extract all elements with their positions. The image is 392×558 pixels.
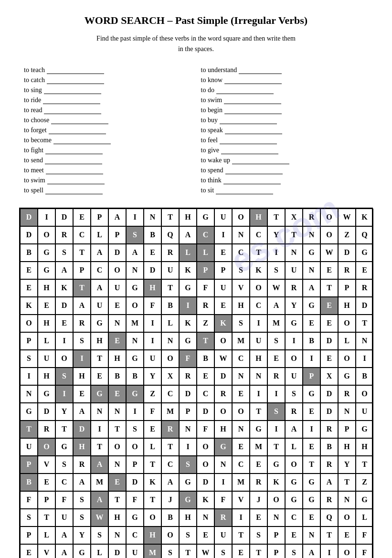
grid-cell: G [38, 385, 55, 403]
grid-cell: X [161, 368, 179, 385]
grid-cell: C [285, 509, 303, 526]
grid-cell: Z [144, 385, 161, 403]
grid-cell: B [161, 297, 179, 315]
verb-item: to ride [24, 96, 191, 104]
grid-cell: P [267, 544, 285, 558]
grid-cell: C [197, 385, 214, 403]
grid-cell: K [250, 262, 267, 279]
grid-cell: U [55, 509, 73, 526]
grid-cell: R [320, 456, 338, 474]
grid-cell: M [267, 315, 285, 332]
grid-cell: X [285, 209, 303, 226]
grid-cell: U [250, 332, 267, 350]
grid-cell: I [303, 421, 320, 438]
verb-item: to buy [201, 116, 369, 124]
grid-cell: N [232, 421, 250, 438]
grid-cell: L [91, 544, 108, 558]
grid-cell: P [108, 226, 126, 244]
grid-cell: P [214, 262, 232, 279]
grid-cell: N [232, 368, 250, 385]
grid-cell: N [126, 332, 144, 350]
grid-cell: N [108, 315, 126, 332]
verb-item: to do [201, 86, 369, 94]
verb-col-left: to teachto catchto singto rideto readto … [24, 66, 191, 194]
grid-cell: D [73, 421, 91, 438]
grid-cell: U [214, 279, 232, 297]
grid-cell: F [144, 297, 161, 315]
grid-cell: R [161, 244, 179, 262]
grid-row: DORCLPSBQACINCYTNOZQ [20, 226, 372, 244]
grid-cell: I [250, 315, 267, 332]
grid-cell: F [179, 350, 197, 368]
grid-cell: U [108, 279, 126, 297]
grid-row: KEDAUEOFBIREHCAYGEHD [20, 297, 372, 315]
grid-cell: E [303, 438, 320, 456]
grid-cell: S [179, 456, 197, 474]
grid-cell: E [303, 403, 320, 421]
grid-cell: N [179, 421, 197, 438]
grid-cell: I [267, 244, 285, 262]
grid-cell: M [232, 332, 250, 350]
grid-cell: P [303, 368, 320, 385]
grid-cell: N [108, 456, 126, 474]
grid-cell: I [144, 315, 161, 332]
grid-cell: A [91, 279, 108, 297]
grid-cell: O [250, 279, 267, 297]
grid-cell: R [161, 421, 179, 438]
grid-cell: R [214, 385, 232, 403]
grid-cell: I [267, 421, 285, 438]
grid-cell: R [285, 403, 303, 421]
grid-row: EVAGLDUMSTWSETPSAIOF [20, 544, 372, 558]
grid-cell: P [38, 491, 55, 509]
grid-cell: G [38, 244, 55, 262]
grid-cell: F [126, 491, 144, 509]
grid-cell: H [91, 332, 108, 350]
grid-cell: U [126, 544, 144, 558]
grid-cell: D [55, 209, 73, 226]
grid-cell: C [73, 226, 91, 244]
grid-cell: P [91, 209, 108, 226]
grid-cell: R [179, 368, 197, 385]
grid-cell: O [214, 332, 232, 350]
grid-cell: G [214, 438, 232, 456]
grid-cell: W [91, 509, 108, 526]
grid-row: PLISHENINGTOMUSIBDLN [20, 332, 372, 350]
grid-cell: E [20, 262, 38, 279]
grid-cell: D [214, 368, 232, 385]
grid-cell: P [267, 526, 285, 544]
verb-item: to speak [201, 126, 369, 134]
grid-cell: E [108, 332, 126, 350]
grid-cell: H [250, 209, 267, 226]
grid-cell: S [267, 262, 285, 279]
grid-cell: G [303, 385, 320, 403]
grid-cell: R [320, 491, 338, 509]
grid-cell: A [267, 297, 285, 315]
grid-cell: U [91, 297, 108, 315]
grid-cell: L [91, 226, 108, 244]
grid-cell: T [197, 332, 214, 350]
grid-cell: G [179, 279, 197, 297]
grid-cell: M [250, 438, 267, 456]
grid-cell: T [73, 279, 91, 297]
grid-cell: P [179, 403, 197, 421]
grid-cell: M [91, 474, 108, 491]
grid-cell: V [232, 491, 250, 509]
grid-cell: B [161, 509, 179, 526]
grid-cell: O [285, 456, 303, 474]
grid-cell: G [126, 509, 144, 526]
grid-cell: T [38, 509, 55, 526]
grid-cell: I [179, 438, 197, 456]
grid-cell: R [267, 368, 285, 385]
grid-cell: E [144, 421, 161, 438]
grid-cell: O [338, 509, 356, 526]
verb-lists: to teachto catchto singto rideto readto … [19, 66, 373, 194]
grid-cell: T [250, 244, 267, 262]
grid-cell: F [356, 526, 373, 544]
grid-cell: O [126, 438, 144, 456]
grid-cell: D [320, 403, 338, 421]
grid-cell: C [232, 350, 250, 368]
grid-cell: N [232, 226, 250, 244]
grid-cell: I [232, 509, 250, 526]
grid-cell: S [55, 244, 73, 262]
grid-cell: D [108, 244, 126, 262]
